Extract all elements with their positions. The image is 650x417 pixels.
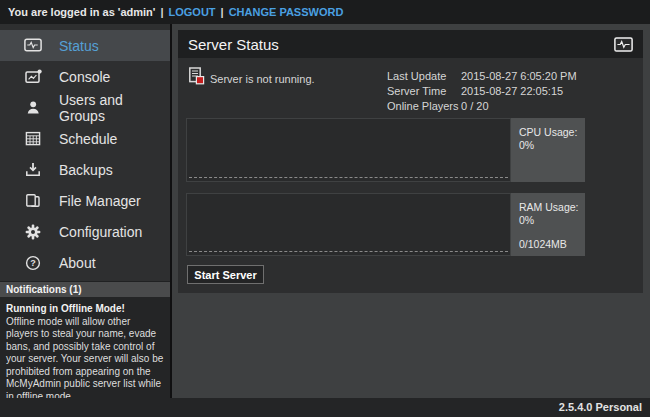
sidebar-nav: Status Console Users and Groups Schedule — [0, 24, 170, 278]
status-monitor-icon — [24, 37, 42, 54]
top-bar: You are logged in as 'admin' | LOGOUT | … — [0, 0, 650, 24]
sidebar-item-backups[interactable]: Backups — [0, 154, 170, 185]
svg-text:?: ? — [30, 258, 36, 268]
notifications-header: Notifications (1) — [0, 281, 170, 297]
info-label: Last Update — [387, 69, 461, 84]
sidebar-item-users-and-groups[interactable]: Users and Groups — [0, 92, 170, 123]
ram-usage-detail: 0/1024MB — [519, 238, 585, 251]
sidebar-item-status[interactable]: Status — [0, 30, 170, 61]
separator: | — [221, 6, 224, 18]
page-header: Server Status — [178, 30, 643, 58]
info-row-online-players: Online Players 0 / 20 — [387, 99, 577, 114]
page-title: Server Status — [188, 36, 614, 53]
notification-title: Running in Offline Mode! — [6, 303, 164, 316]
cpu-usage-label-box: CPU Usage: 0% — [511, 118, 585, 182]
chart-zero-baseline — [189, 251, 508, 252]
ram-usage-chart — [186, 193, 511, 256]
info-row-last-update: Last Update 2015-08-27 6:05:20 PM — [387, 69, 577, 84]
server-not-running-icon — [188, 67, 205, 85]
server-info-table: Last Update 2015-08-27 6:05:20 PM Server… — [387, 69, 577, 114]
sidebar-item-label: Console — [59, 69, 110, 85]
sidebar-item-console[interactable]: Console — [0, 61, 170, 92]
sidebar-item-label: Users and Groups — [59, 92, 170, 124]
sidebar-item-schedule[interactable]: Schedule — [0, 123, 170, 154]
main-area: Server Status Server is not running. Las… — [172, 24, 650, 398]
sidebar-item-about[interactable]: ? About — [0, 247, 170, 278]
version-text: 2.5.4.0 Personal — [559, 401, 642, 413]
sidebar-item-label: About — [59, 255, 96, 271]
notification-text: Offline mode will allow other players to… — [6, 316, 164, 404]
info-value: 0 / 20 — [461, 99, 489, 114]
sidebar-item-label: File Manager — [59, 193, 141, 209]
info-label: Server Time — [387, 84, 461, 99]
cpu-usage-label: CPU Usage: — [519, 126, 585, 139]
sidebar-item-configuration[interactable]: Configuration — [0, 216, 170, 247]
schedule-grid-icon — [24, 130, 42, 147]
logged-in-text: You are logged in as 'admin' — [8, 6, 155, 18]
change-password-link[interactable]: CHANGE PASSWORD — [229, 6, 344, 18]
backups-download-icon — [24, 161, 42, 178]
gear-icon — [24, 223, 42, 240]
info-label: Online Players — [387, 99, 461, 114]
version-bar: 2.5.4.0 Personal — [0, 398, 650, 417]
sidebar-item-label: Configuration — [59, 224, 142, 240]
sidebar-item-label: Status — [59, 38, 99, 54]
info-value: 2015-08-27 6:05:20 PM — [461, 69, 577, 84]
start-server-button[interactable]: Start Server — [187, 265, 264, 284]
separator: | — [160, 6, 163, 18]
question-circle-icon: ? — [24, 254, 42, 271]
file-manager-icon — [24, 192, 42, 209]
sidebar: Status Console Users and Groups Schedule — [0, 24, 172, 398]
server-status-panel: Server is not running. Last Update 2015-… — [178, 58, 643, 293]
users-icon — [24, 99, 42, 116]
notification-item: Running in Offline Mode! Offline mode wi… — [0, 297, 170, 398]
activity-monitor-icon — [614, 37, 633, 52]
console-icon — [24, 68, 42, 85]
server-status-message: Server is not running. — [210, 73, 315, 85]
chart-zero-baseline — [189, 177, 508, 178]
cpu-usage-chart — [186, 118, 511, 182]
sidebar-item-label: Schedule — [59, 131, 117, 147]
logout-link[interactable]: LOGOUT — [169, 6, 216, 18]
info-value: 2015-08-27 22:05:15 — [461, 84, 563, 99]
ram-usage-label: RAM Usage: — [519, 201, 585, 214]
ram-usage-label-box: RAM Usage: 0% 0/1024MB — [511, 193, 585, 256]
info-row-server-time: Server Time 2015-08-27 22:05:15 — [387, 84, 577, 99]
sidebar-item-file-manager[interactable]: File Manager — [0, 185, 170, 216]
sidebar-item-label: Backups — [59, 162, 113, 178]
ram-usage-value: 0% — [519, 214, 585, 227]
cpu-usage-value: 0% — [519, 139, 585, 152]
